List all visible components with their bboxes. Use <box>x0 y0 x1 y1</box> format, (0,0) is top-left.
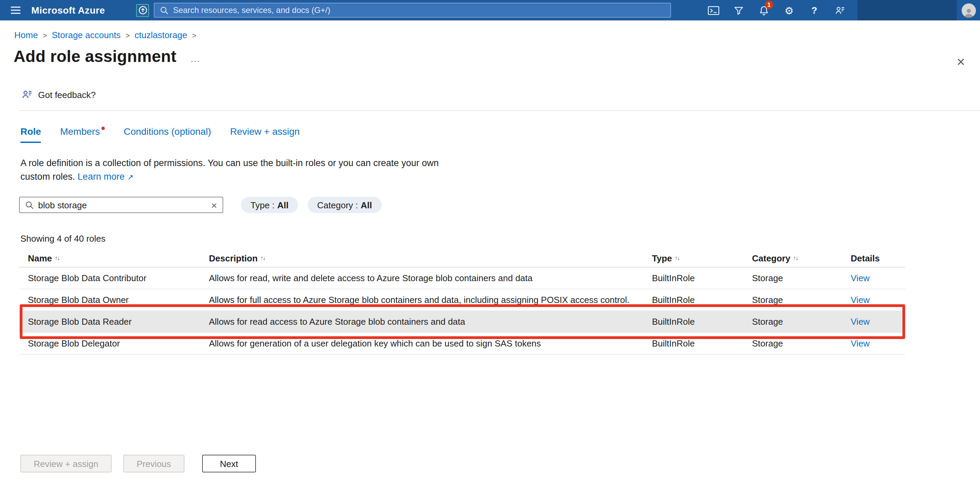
type-filter-pill[interactable]: Type : All <box>241 197 298 213</box>
settings-gear-icon: ⚙ <box>785 5 794 15</box>
help-button[interactable]: ? <box>802 0 827 21</box>
table-row-storage-blob-data-contributor[interactable]: Storage Blob Data Contributor Allows for… <box>19 267 905 289</box>
help-icon: ? <box>811 5 817 15</box>
hamburger-menu-button[interactable] <box>0 0 31 21</box>
close-blade-button[interactable]: × <box>956 54 965 69</box>
table-row-storage-blob-delegator[interactable]: Storage Blob Delegator Allows for genera… <box>19 333 905 355</box>
column-category-label: Category <box>752 253 791 263</box>
results-summary: Showing 4 of 40 roles <box>21 234 980 244</box>
search-icon <box>25 201 34 209</box>
global-search-input[interactable] <box>173 5 665 15</box>
previous-button[interactable]: Previous <box>123 455 185 473</box>
view-details-link[interactable]: View <box>851 317 870 327</box>
filter-row: × Type : All Category : All <box>19 197 980 213</box>
got-feedback-label: Got feedback? <box>38 89 95 100</box>
breadcrumb-ctuzlastorage-link[interactable]: ctuzlastorage <box>135 30 188 40</box>
view-details-link[interactable]: View <box>851 338 870 349</box>
user-avatar[interactable] <box>961 3 975 18</box>
azure-brand-logo[interactable]: Microsoft Azure <box>31 5 105 16</box>
role-type: BuiltInRole <box>652 273 752 283</box>
hamburger-icon <box>10 5 21 16</box>
notifications-button[interactable]: 1 <box>751 0 776 21</box>
next-button[interactable]: Next <box>202 455 256 473</box>
top-bar-actions: 1 ⚙ ? <box>701 0 852 21</box>
page-title: Add role assignment <box>14 47 177 66</box>
feedback-button[interactable] <box>827 0 852 21</box>
sort-icon: ↑↓ <box>55 255 60 261</box>
category-filter-value: All <box>361 200 372 210</box>
type-filter-value: All <box>277 200 288 210</box>
tab-role-label: Role <box>21 126 41 137</box>
role-description: Allows for generation of a user delegati… <box>209 338 652 349</box>
top-bar: Microsoft Azure <box>0 0 980 21</box>
column-header-category[interactable]: Category ↑↓ <box>752 253 851 263</box>
title-row: Add role assignment … <box>14 47 980 66</box>
role-search-input[interactable] <box>38 200 207 210</box>
description-line2-text: custom roles. <box>21 171 75 182</box>
settings-button[interactable]: ⚙ <box>776 0 802 21</box>
tab-members[interactable]: Members <box>60 126 105 143</box>
column-header-name[interactable]: Name ↑↓ <box>28 253 209 263</box>
account-info-panel[interactable] <box>858 0 957 21</box>
table-row-storage-blob-data-owner[interactable]: Storage Blob Data Owner Allows for full … <box>19 289 905 311</box>
cloud-shell-button[interactable] <box>701 0 726 21</box>
column-name-label: Name <box>28 253 52 263</box>
role-category: Storage <box>752 317 851 327</box>
role-category: Storage <box>752 338 851 349</box>
column-description-label: Description <box>209 253 258 263</box>
quick-launch-button[interactable] <box>137 4 150 17</box>
person-silhouette-icon <box>963 7 974 18</box>
column-header-type[interactable]: Type ↑↓ <box>652 253 752 263</box>
role-type: BuiltInRole <box>652 295 752 305</box>
role-type: BuiltInRole <box>652 317 752 327</box>
role-category: Storage <box>752 295 851 305</box>
chevron-right-icon: > <box>43 31 47 39</box>
section-divider <box>19 110 980 111</box>
role-name: Storage Blob Data Reader <box>28 317 209 327</box>
arrow-up-circle-icon <box>138 5 148 15</box>
chevron-right-icon: > <box>192 31 196 39</box>
role-name: Storage Blob Data Owner <box>28 295 209 305</box>
role-description: Allows for read, write and delete access… <box>209 273 652 283</box>
wizard-footer: Review + assign Previous Next <box>21 455 256 473</box>
role-type: BuiltInRole <box>652 338 752 349</box>
wizard-tabs: Role Members Conditions (optional) Revie… <box>21 126 980 143</box>
directories-filter-button[interactable] <box>726 0 751 21</box>
column-type-label: Type <box>652 253 672 263</box>
sort-icon: ↑↓ <box>793 255 798 261</box>
role-definition-description: A role definition is a collection of per… <box>21 156 980 184</box>
tab-members-label: Members <box>60 126 100 137</box>
required-dot-icon <box>101 127 105 130</box>
roles-table-header: Name ↑↓ Description ↑↓ Type ↑↓ Category … <box>19 249 905 267</box>
tab-conditions[interactable]: Conditions (optional) <box>124 126 211 143</box>
view-details-link[interactable]: View <box>851 295 870 305</box>
roles-table: Name ↑↓ Description ↑↓ Type ↑↓ Category … <box>19 249 905 355</box>
cloud-shell-terminal-icon <box>708 5 719 15</box>
review-assign-button[interactable]: Review + assign <box>21 455 111 473</box>
tab-review-assign-label: Review + assign <box>230 126 300 137</box>
breadcrumb-storage-accounts-link[interactable]: Storage accounts <box>52 30 121 40</box>
global-search-bar <box>154 3 671 18</box>
sort-icon: ↑↓ <box>675 255 679 261</box>
role-search-box: × <box>19 197 223 213</box>
role-description: Allows for read access to Azure Storage … <box>209 317 652 327</box>
got-feedback-link[interactable]: Got feedback? <box>21 89 980 100</box>
clear-search-icon[interactable]: × <box>211 200 217 210</box>
got-feedback-icon <box>21 89 33 100</box>
tab-role[interactable]: Role <box>21 126 41 143</box>
search-icon <box>160 6 169 14</box>
tab-review-assign[interactable]: Review + assign <box>230 126 300 143</box>
category-filter-pill[interactable]: Category : All <box>308 197 382 213</box>
directories-filter-icon <box>733 5 744 15</box>
category-filter-label: Category : <box>317 200 358 210</box>
column-header-details: Details <box>851 253 905 263</box>
view-details-link[interactable]: View <box>851 273 870 283</box>
table-row-storage-blob-data-reader[interactable]: Storage Blob Data Reader Allows for read… <box>19 311 905 333</box>
more-options-button[interactable]: … <box>190 53 201 64</box>
tab-conditions-label: Conditions (optional) <box>124 126 211 137</box>
sort-icon: ↑↓ <box>260 255 265 261</box>
learn-more-link[interactable]: Learn more <box>78 171 124 182</box>
external-link-icon: ↗ <box>127 173 134 181</box>
column-header-description[interactable]: Description ↑↓ <box>209 253 652 263</box>
breadcrumb-home-link[interactable]: Home <box>14 30 38 40</box>
